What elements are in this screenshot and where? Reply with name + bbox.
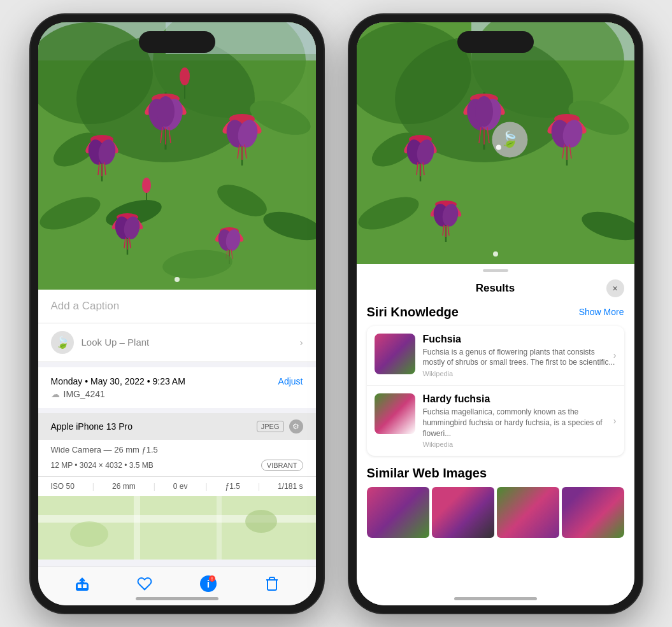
date-section: Monday • May 30, 2022 • 9:23 AM Adjust ☁… — [38, 367, 316, 408]
phone-2-screen: 🍃 Results × Siri Knowledge — [357, 22, 634, 605]
home-indicator-1 — [136, 597, 218, 600]
fuchsia-item[interactable]: Fuchsia Fuchsia is a genus of flowering … — [367, 326, 624, 386]
drag-handle — [483, 269, 508, 272]
phone-1-screen: Add a Caption 🍃 Look Up – Plant › Monday… — [38, 22, 316, 605]
siri-knowledge-header: Siri Knowledge Show More — [367, 305, 624, 320]
close-button[interactable]: × — [606, 279, 624, 297]
svg-point-58 — [142, 178, 151, 193]
heart-button[interactable] — [137, 576, 152, 591]
filename-row: ☁ IMG_4241 — [51, 389, 303, 399]
device-name: Apple iPhone 13 Pro — [51, 421, 132, 432]
specs-row: 12 MP • 3024 × 4032 • 3.5 MB VIBRANT — [38, 457, 316, 476]
svg-point-67 — [70, 521, 108, 547]
phone-2: 🍃 Results × Siri Knowledge — [349, 15, 642, 613]
svg-rect-65 — [134, 496, 140, 560]
home-indicator-2 — [454, 597, 537, 600]
dynamic-island-1 — [139, 31, 215, 53]
format-badge: JPEG — [257, 421, 284, 432]
svg-text:i: i — [206, 579, 209, 589]
exif-sep-4: | — [258, 482, 260, 491]
photo-2: 🍃 — [357, 22, 634, 264]
knowledge-card: Fuchsia Fuchsia is a genus of flowering … — [367, 326, 624, 456]
lookup-row[interactable]: 🍃 Look Up – Plant › — [38, 323, 316, 362]
web-images-section: Similar Web Images — [367, 466, 624, 538]
lookup-dot — [496, 144, 501, 150]
fuchsia-desc: Fuchsia is a genus of flowering plants t… — [423, 347, 617, 369]
exif-sep-3: | — [205, 482, 207, 491]
caption-area[interactable]: Add a Caption — [38, 290, 316, 323]
exif-sep-1: | — [92, 482, 94, 491]
caption-placeholder: Add a Caption — [51, 300, 120, 312]
iso: ISO 50 — [51, 482, 75, 491]
web-image-3[interactable] — [497, 487, 559, 538]
svg-point-89 — [475, 96, 493, 127]
share-button[interactable] — [75, 576, 90, 591]
date-text: Monday • May 30, 2022 • 9:23 AM — [51, 376, 185, 386]
dynamic-island-2 — [457, 31, 534, 53]
lookup-label: Look Up – Plant — [82, 337, 150, 348]
web-image-4[interactable] — [562, 487, 624, 538]
hardy-fuchsia-name: Hardy fuchsia — [423, 393, 617, 405]
exif-row: ISO 50 | 26 mm | 0 ev | ƒ1.5 | 1/181 s — [38, 476, 316, 496]
map-section[interactable] — [38, 496, 316, 560]
cloud-icon: ☁ — [51, 389, 60, 399]
hardy-fuchsia-info: Hardy fuchsia Fuchsia magellanica, commo… — [423, 393, 617, 448]
hardy-fuchsia-thumb — [375, 393, 415, 434]
phone-container: Add a Caption 🍃 Look Up – Plant › Monday… — [31, 15, 642, 613]
camera-row: Wide Camera — 26 mm ƒ1.5 — [38, 440, 316, 457]
fuchsia-source: Wikipedia — [423, 370, 617, 377]
date-row: Monday • May 30, 2022 • 9:23 AM Adjust — [51, 376, 303, 386]
trash-button[interactable] — [264, 576, 280, 591]
badge-row: JPEG ⚙ — [257, 419, 303, 433]
photo2-dot — [493, 251, 498, 257]
gear-icon[interactable]: ⚙ — [289, 419, 303, 433]
results-content[interactable]: Siri Knowledge Show More Fuchsia Fuchsia… — [357, 305, 634, 605]
web-images-title: Similar Web Images — [367, 466, 624, 481]
hardy-fuchsia-item[interactable]: Hardy fuchsia Fuchsia magellanica, commo… — [367, 386, 624, 456]
web-image-1[interactable] — [367, 487, 429, 538]
fuchsia-thumb — [375, 334, 415, 374]
exif-sep-2: | — [154, 482, 155, 491]
hardy-chevron: › — [613, 416, 617, 426]
show-more-button[interactable]: Show More — [579, 307, 624, 317]
fuchsia-info: Fuchsia Fuchsia is a genus of flowering … — [423, 334, 617, 378]
photo-1 — [38, 22, 316, 290]
vibrant-badge: VIBRANT — [261, 460, 303, 471]
svg-point-68 — [245, 510, 277, 533]
fuchsia-name: Fuchsia — [423, 334, 617, 345]
photo-dot-1 — [175, 277, 180, 282]
lookup-chevron: › — [300, 337, 303, 348]
results-panel: Results × Siri Knowledge Show More — [357, 264, 634, 605]
aperture: ƒ1.5 — [225, 482, 240, 491]
phone1-info: Add a Caption 🍃 Look Up – Plant › Monday… — [38, 290, 316, 567]
adjust-button[interactable]: Adjust — [278, 376, 303, 386]
hardy-fuchsia-desc: Fuchsia magellanica, commonly known as t… — [423, 407, 617, 439]
lookup-bubble: 🍃 — [492, 122, 527, 157]
device-row: Apple iPhone 13 Pro JPEG ⚙ — [38, 413, 316, 440]
filename: IMG_4241 — [64, 389, 105, 399]
hardy-fuchsia-source: Wikipedia — [423, 440, 617, 448]
siri-knowledge-title: Siri Knowledge — [367, 305, 459, 320]
fuchsia-chevron: › — [613, 350, 617, 360]
svg-point-56 — [180, 67, 190, 85]
shutter: 1/181 s — [278, 482, 303, 491]
info-button[interactable]: i ! — [199, 575, 217, 593]
svg-text:!: ! — [211, 577, 212, 581]
focal-length: 26 mm — [112, 482, 136, 491]
lookup-subject: Plant — [125, 337, 149, 348]
web-image-2[interactable] — [432, 487, 494, 538]
svg-point-15 — [157, 96, 175, 127]
results-title: Results — [385, 282, 606, 295]
svg-rect-66 — [217, 496, 222, 560]
close-icon: × — [612, 283, 617, 293]
specs-text: 12 MP • 3024 × 4032 • 3.5 MB — [51, 461, 154, 470]
phone-1: Add a Caption 🍃 Look Up – Plant › Monday… — [31, 15, 324, 613]
results-header: Results × — [357, 277, 634, 305]
camera-info: Wide Camera — 26 mm ƒ1.5 — [51, 445, 158, 454]
lookup-icon: 🍃 — [51, 331, 74, 354]
ev: 0 ev — [173, 482, 188, 491]
device-section: Apple iPhone 13 Pro JPEG ⚙ Wide Camera —… — [38, 413, 316, 496]
web-images-grid — [367, 487, 624, 538]
